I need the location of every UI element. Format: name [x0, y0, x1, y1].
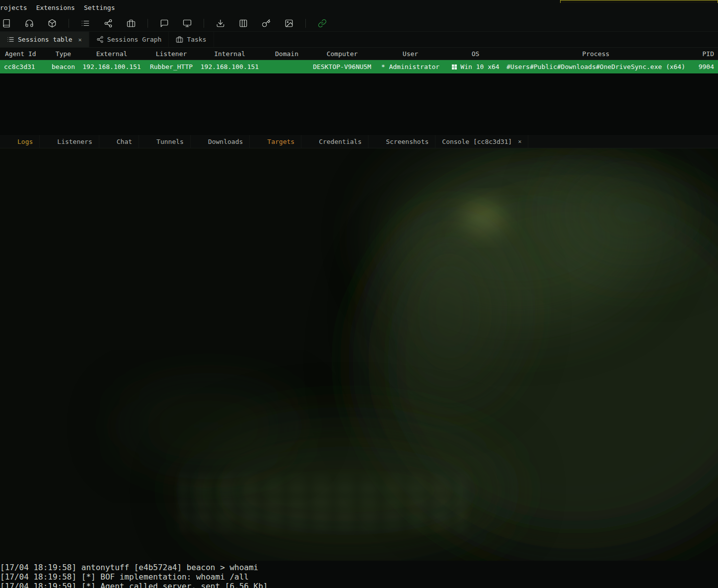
extensions-button[interactable] — [46, 17, 59, 30]
image-icon — [285, 19, 293, 28]
key-icon — [262, 19, 271, 28]
chat-icon — [160, 19, 169, 28]
column-header-process[interactable]: Process — [502, 50, 690, 58]
sessions-table-header: Agent Id Type External Listener Internal… — [0, 48, 718, 60]
console-log-line: [17/04 18:19:59] [*] Agent called server… — [0, 582, 718, 588]
tasks-button[interactable] — [125, 17, 138, 30]
column-header-computer[interactable]: Computer — [313, 50, 371, 58]
close-icon[interactable]: ✕ — [78, 36, 82, 43]
sessions-graph-button[interactable] — [102, 17, 115, 30]
windows-logo-icon — [451, 64, 457, 70]
menu-extensions[interactable]: Extensions — [32, 4, 79, 11]
column-header-pid[interactable]: PID — [690, 50, 718, 58]
console-background-art — [0, 148, 718, 561]
toolbar-separator — [69, 19, 69, 28]
connect-button[interactable] — [316, 17, 329, 30]
tab-label: Console [cc8c3d31] — [442, 138, 512, 145]
toolbar-separator — [305, 19, 306, 28]
panel-tabbar: Logs Listeners Chat Tunnels Downloads Ta… — [0, 135, 718, 148]
tab-label: Logs — [17, 138, 33, 145]
downloads-button[interactable] — [214, 17, 227, 30]
graph-nodes-icon — [104, 19, 113, 28]
column-header-external[interactable]: External — [79, 50, 144, 58]
columns-icon — [256, 138, 264, 145]
cell-os: Win 10 x64 — [449, 63, 502, 70]
graph-nodes-icon — [96, 36, 104, 43]
timestamp: [17/04 18:19:58] — [0, 563, 81, 572]
list-icon — [81, 19, 90, 28]
tab-targets[interactable]: Targets — [250, 135, 301, 148]
close-icon[interactable]: ✕ — [518, 138, 521, 145]
monitor-icon — [145, 138, 153, 145]
cell-pid: 9904 — [690, 63, 718, 70]
sessions-table-empty-area — [0, 73, 718, 135]
command-text: whoami — [229, 563, 258, 572]
targets-button[interactable] — [237, 17, 250, 30]
briefcase-icon — [176, 36, 183, 43]
console-log-line: [17/04 18:19:58] [*] BOF implementation:… — [0, 572, 718, 582]
tunnels-button[interactable] — [181, 17, 194, 30]
prompt-separator: > — [215, 563, 230, 572]
cell-type: beacon — [47, 63, 79, 70]
tab-tunnels[interactable]: Tunnels — [139, 135, 191, 148]
tab-label: Downloads — [208, 138, 243, 145]
tab-label: Tunnels — [156, 138, 184, 145]
tab-label: Screenshots — [386, 138, 429, 145]
agent-name: beacon — [187, 563, 215, 572]
column-header-internal[interactable]: Internal — [199, 50, 261, 58]
cell-user: * Administrator — [371, 63, 449, 70]
tab-logs[interactable]: Logs — [0, 135, 40, 148]
log-message: Agent called server, sent [6.56 Kb] — [96, 582, 268, 588]
link-icon — [318, 19, 327, 28]
cell-computer: DESKTOP-V96NU5M — [313, 63, 371, 70]
tab-tasks[interactable]: Tasks — [169, 32, 214, 47]
menu-settings[interactable]: Settings — [79, 4, 120, 11]
tab-downloads[interactable]: Downloads — [191, 135, 250, 148]
package-icon — [48, 19, 57, 28]
column-header-agent-id[interactable]: Agent Id — [0, 50, 47, 58]
briefcase-icon — [127, 19, 136, 28]
chat-icon — [106, 138, 113, 145]
column-header-listener[interactable]: Listener — [144, 50, 199, 58]
cell-internal: 192.168.100.151 — [199, 63, 261, 70]
logs-icon — [6, 138, 14, 145]
screenshots-button[interactable] — [283, 17, 295, 30]
logs-button[interactable] — [0, 17, 13, 30]
menu-items: Projects Extensions Settings — [0, 4, 120, 11]
column-header-os[interactable]: OS — [449, 50, 502, 58]
headphones-icon — [25, 19, 34, 28]
cell-listener: Rubber_HTTP — [144, 63, 199, 70]
session-view-tabbar: Sessions table✕ Sessions Graph Tasks — [0, 32, 718, 48]
logs-icon — [2, 19, 11, 28]
agent-console: [17/04 18:19:58] antonytuff [e4b572a4] b… — [0, 148, 718, 588]
tab-sessions-table[interactable]: Sessions table✕ — [0, 32, 89, 47]
tab-credentials[interactable]: Credentials — [301, 135, 368, 148]
console-command-line: [17/04 18:19:58] antonytuff [e4b572a4] b… — [0, 563, 718, 572]
menu-projects[interactable]: Projects — [0, 4, 32, 11]
tab-listeners[interactable]: Listeners — [40, 135, 99, 148]
console-output: [17/04 18:19:58] antonytuff [e4b572a4] b… — [0, 563, 718, 588]
tab-console-cc8c3d31[interactable]: Console [cc8c3d31]✕ — [435, 135, 528, 148]
list-icon — [7, 36, 14, 43]
tab-label: Listeners — [57, 138, 92, 145]
cell-process: #Users#Public#Downloads#OneDriveSync.exe… — [502, 63, 690, 70]
tab-label: Chat — [117, 138, 132, 145]
cell-agent-id: cc8c3d31 — [0, 63, 47, 70]
credentials-button[interactable] — [260, 17, 273, 30]
column-header-type[interactable]: Type — [47, 50, 79, 58]
chat-button[interactable] — [158, 17, 171, 30]
tab-screenshots[interactable]: Screenshots — [368, 135, 435, 148]
timestamp: [17/04 18:19:58] — [0, 572, 81, 582]
timestamp: [17/04 18:19:59] — [0, 582, 81, 588]
toolbar — [0, 15, 718, 32]
listeners-button[interactable] — [23, 17, 36, 30]
tab-chat[interactable]: Chat — [99, 135, 139, 148]
column-header-domain[interactable]: Domain — [261, 50, 313, 58]
cell-external: 192.168.100.151 — [79, 63, 144, 70]
top-filter-input[interactable] — [560, 0, 718, 3]
tab-label: Credentials — [319, 138, 361, 145]
tab-sessions-graph[interactable]: Sessions Graph — [89, 32, 169, 47]
column-header-user[interactable]: User — [371, 50, 449, 58]
sessions-table-button[interactable] — [79, 17, 92, 30]
session-row[interactable]: cc8c3d31 beacon 192.168.100.151 Rubber_H… — [0, 60, 718, 73]
